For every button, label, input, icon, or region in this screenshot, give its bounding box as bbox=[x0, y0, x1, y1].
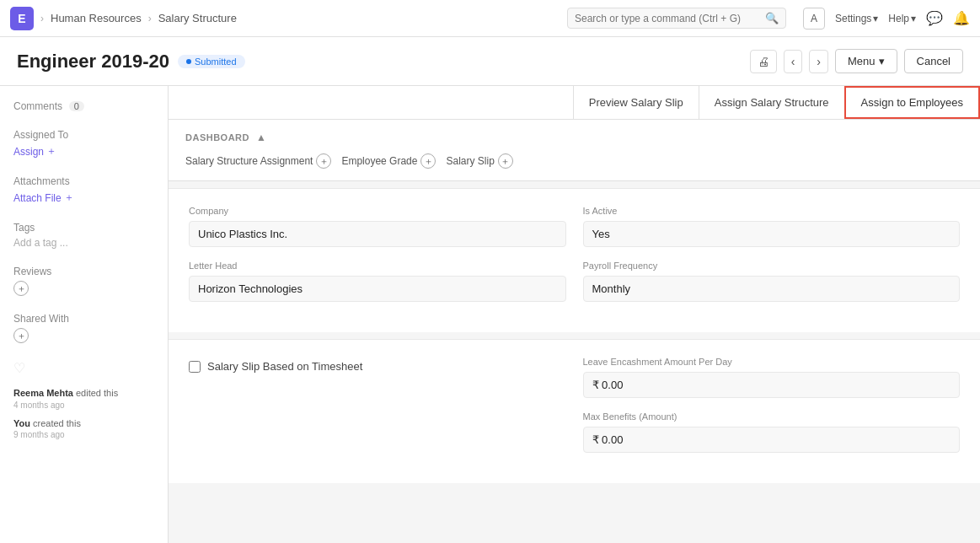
attach-file-label: Attach File bbox=[13, 192, 62, 204]
dashboard-header: DASHBOARD ▲ bbox=[185, 132, 963, 143]
sidebar-shared-with: Shared With ＋ bbox=[13, 313, 154, 343]
help-button[interactable]: Help ▾ bbox=[888, 13, 916, 24]
search-input[interactable] bbox=[575, 13, 760, 24]
salary-slip-based-label: Salary Slip Based on Timesheet bbox=[207, 360, 362, 373]
breadcrumb-chevron-1: › bbox=[40, 13, 44, 24]
dashboard-collapse-icon[interactable]: ▲ bbox=[256, 132, 266, 143]
add-salary-structure-assignment-icon[interactable]: ＋ bbox=[316, 153, 331, 169]
activity-section: Reema Mehta edited this 4 months ago You… bbox=[13, 386, 154, 439]
activity-text-2: You created this bbox=[13, 417, 154, 431]
settings-chevron-icon: ▾ bbox=[873, 13, 878, 24]
bell-icon[interactable]: 🔔 bbox=[953, 10, 970, 26]
activity-time-2: 9 months ago bbox=[13, 430, 154, 439]
dashboard-link-salary-structure-assignment[interactable]: Salary Structure Assignment ＋ bbox=[185, 153, 331, 169]
app-brand: E bbox=[10, 7, 34, 30]
is-active-label: Is Active bbox=[583, 206, 961, 216]
form-section-1: Company Unico Plastics Inc. Is Active Ye… bbox=[169, 188, 980, 332]
form-group-is-active: Is Active Yes bbox=[583, 206, 961, 247]
navbar-right: A Settings ▾ Help ▾ 💬 🔔 bbox=[803, 8, 970, 30]
dashboard-section: DASHBOARD ▲ Salary Structure Assignment … bbox=[169, 120, 980, 181]
page-actions: 🖨 ‹ › Menu ▾ Cancel bbox=[750, 49, 963, 73]
assign-to-employees-button[interactable]: Assign to Employees bbox=[844, 86, 980, 119]
comments-count: 0 bbox=[69, 101, 84, 111]
salary-slip-label: Salary Slip bbox=[446, 155, 494, 167]
preview-salary-slip-button[interactable]: Preview Salary Slip bbox=[573, 86, 699, 119]
settings-button[interactable]: Settings ▾ bbox=[835, 13, 878, 24]
next-button[interactable]: › bbox=[809, 50, 828, 73]
tags-label: Tags bbox=[13, 222, 154, 234]
max-benefits-label: Max Benefits (Amount) bbox=[583, 411, 961, 422]
leave-encashment-value: ₹ 0.00 bbox=[583, 372, 961, 398]
form-section-2: Salary Slip Based on Timesheet Leave Enc… bbox=[169, 339, 980, 483]
form-group-letter-head: Letter Head Horizon Technologies bbox=[189, 261, 566, 302]
shared-with-label: Shared With bbox=[13, 313, 154, 325]
help-label: Help bbox=[888, 13, 909, 24]
toolbar: Preview Salary Slip Assign Salary Struct… bbox=[169, 86, 980, 120]
letter-head-value: Horizon Technologies bbox=[189, 276, 566, 302]
breadcrumb-salary-structure[interactable]: Salary Structure bbox=[158, 12, 237, 24]
form-group-payroll-frequency: Payroll Frequency Monthly bbox=[583, 261, 961, 302]
form-row-max-benefits: Max Benefits (Amount) ₹ 0.00 bbox=[189, 411, 960, 453]
company-label: Company bbox=[189, 206, 566, 216]
sidebar-comments: Comments 0 bbox=[13, 99, 154, 112]
main-content: Preview Salary Slip Assign Salary Struct… bbox=[169, 86, 980, 543]
status-badge: Submitted bbox=[178, 55, 245, 68]
add-review-button[interactable]: ＋ bbox=[13, 281, 29, 296]
comments-label: Comments bbox=[13, 100, 62, 112]
status-dot bbox=[186, 59, 191, 64]
assigned-to-label: Assigned To bbox=[13, 129, 154, 141]
print-button[interactable]: 🖨 bbox=[750, 50, 777, 73]
like-button[interactable]: ♡ bbox=[13, 360, 154, 376]
attach-file-button[interactable]: Attach File ＋ bbox=[13, 191, 154, 205]
attachments-label: Attachments bbox=[13, 175, 154, 187]
page-header: Engineer 2019-20 Submitted 🖨 ‹ › Menu ▾ … bbox=[0, 37, 980, 86]
cancel-button[interactable]: Cancel bbox=[904, 49, 963, 73]
activity-item-2: You created this 9 months ago bbox=[13, 417, 154, 440]
payroll-frequency-value: Monthly bbox=[583, 276, 961, 302]
sidebar-assigned-to: Assigned To Assign ＋ bbox=[13, 129, 154, 159]
form-group-leave-encashment: Leave Encashment Amount Per Day ₹ 0.00 bbox=[583, 357, 961, 398]
assign-salary-structure-button[interactable]: Assign Salary Structure bbox=[699, 86, 844, 119]
menu-button[interactable]: Menu ▾ bbox=[835, 49, 897, 73]
salary-slip-based-row: Salary Slip Based on Timesheet bbox=[189, 357, 566, 376]
settings-label: Settings bbox=[835, 13, 871, 24]
sidebar-reviews: Reviews ＋ bbox=[13, 266, 154, 296]
prev-button[interactable]: ‹ bbox=[784, 50, 803, 73]
form-group-max-benefits: Max Benefits (Amount) ₹ 0.00 bbox=[583, 411, 961, 453]
letter-head-label: Letter Head bbox=[189, 261, 566, 271]
page-title: Engineer 2019-20 bbox=[17, 51, 169, 73]
sidebar-attachments: Attachments Attach File ＋ bbox=[13, 175, 154, 205]
breadcrumb-chevron-2: › bbox=[148, 13, 152, 24]
form-row-timesheet-encashment: Salary Slip Based on Timesheet Leave Enc… bbox=[189, 357, 960, 398]
form-group-empty bbox=[189, 411, 566, 453]
leave-encashment-label: Leave Encashment Amount Per Day bbox=[583, 357, 961, 367]
assign-plus-icon: ＋ bbox=[46, 144, 56, 159]
search-bar[interactable]: 🔍 bbox=[567, 8, 786, 29]
form-row-letterhead-frequency: Letter Head Horizon Technologies Payroll… bbox=[189, 261, 960, 302]
activity-item-1: Reema Mehta edited this 4 months ago bbox=[13, 386, 154, 410]
add-salary-slip-icon[interactable]: ＋ bbox=[498, 153, 513, 169]
dashboard-links: Salary Structure Assignment ＋ Employee G… bbox=[185, 153, 963, 169]
company-value: Unico Plastics Inc. bbox=[189, 221, 566, 247]
assign-button[interactable]: Assign ＋ bbox=[13, 144, 154, 159]
sidebar: Comments 0 Assigned To Assign ＋ Attachme… bbox=[0, 86, 169, 543]
help-chevron-icon: ▾ bbox=[911, 13, 916, 24]
dashboard-label: DASHBOARD bbox=[185, 132, 249, 142]
add-shared-button[interactable]: ＋ bbox=[13, 328, 29, 343]
navbar: E › Human Resources › Salary Structure 🔍… bbox=[0, 0, 980, 37]
salary-slip-based-checkbox[interactable] bbox=[189, 361, 201, 373]
is-active-value: Yes bbox=[583, 221, 961, 247]
form-group-salary-slip-based: Salary Slip Based on Timesheet bbox=[189, 357, 566, 398]
employee-grade-label: Employee Grade bbox=[341, 155, 417, 167]
reviews-label: Reviews bbox=[13, 266, 154, 277]
add-employee-grade-icon[interactable]: ＋ bbox=[420, 153, 436, 169]
dashboard-link-employee-grade[interactable]: Employee Grade ＋ bbox=[341, 153, 436, 169]
add-tag-button[interactable]: Add a tag ... bbox=[13, 237, 154, 249]
assign-label: Assign bbox=[13, 146, 44, 158]
menu-label: Menu bbox=[848, 55, 876, 67]
chat-icon[interactable]: 💬 bbox=[926, 10, 943, 26]
breadcrumb-human-resources[interactable]: Human Resources bbox=[51, 12, 142, 24]
dashboard-link-salary-slip[interactable]: Salary Slip ＋ bbox=[446, 153, 512, 169]
page-title-area: Engineer 2019-20 Submitted bbox=[17, 51, 245, 73]
avatar[interactable]: A bbox=[803, 8, 825, 30]
